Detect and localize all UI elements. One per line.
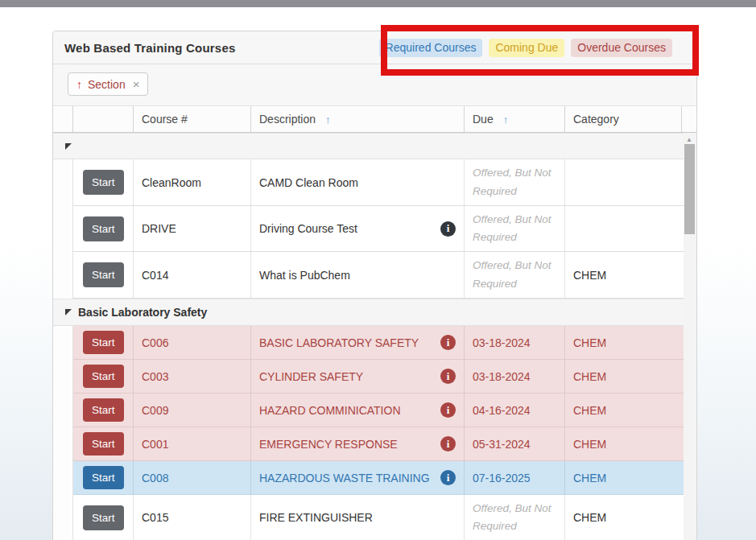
header-category[interactable]: Category [565,106,682,132]
course-description: HAZARD COMMINICATION [259,404,401,417]
collapse-group-icon[interactable] [65,143,72,150]
table-row: Start C006 BASIC LABORATORY SAFETYi 03-1… [53,326,696,360]
start-button[interactable]: Start [83,398,124,422]
start-button[interactable]: Start [83,216,124,241]
group-chip-section[interactable]: ↑ Section × [68,72,148,96]
group-chip-label: Section [88,78,126,91]
collapse-group-icon[interactable] [65,309,72,315]
row-gutter [53,159,73,206]
course-number: C015 [134,495,251,540]
start-button[interactable]: Start [83,466,124,489]
start-button[interactable]: Start [83,170,124,195]
due-date: 07-16-2025 [465,461,565,494]
due-status: Offered, But Not Required [465,206,565,251]
table-row: Start CleanRoom CAMD Clean Room Offered,… [53,159,696,206]
scroll-up-icon[interactable]: ▲ [686,136,692,143]
header-due[interactable]: Due ↑ [465,106,565,132]
table-row: Start DRIVE Driving Course Testi Offered… [53,206,696,252]
start-button[interactable]: Start [83,331,124,354]
due-date: 04-16-2024 [465,394,565,427]
legend-overdue-courses: Overdue Courses [571,39,672,57]
category-value: CHEM [565,252,682,298]
group-row: Basic Laboratory Safety [53,299,696,326]
category-value: CHEM [565,495,682,540]
category-value: CHEM [565,427,682,460]
course-description: Driving Course Test [259,222,357,235]
course-number: C008 [134,461,251,494]
course-number: C001 [134,427,251,460]
category-value: CHEM [565,360,682,393]
course-number: DRIVE [134,206,251,251]
panel-header: Web Based Training Courses Required Cour… [53,31,696,64]
category-value: CHEM [565,461,682,494]
start-button[interactable]: Start [83,505,124,530]
courses-grid: Course # Description ↑ Due ↑ Category [53,106,696,540]
info-icon[interactable]: i [440,402,456,418]
sort-ascending-icon: ↑ [76,78,82,91]
course-number: C014 [134,252,251,298]
row-gutter [53,427,73,461]
course-number: C003 [134,360,251,393]
info-icon[interactable]: i [440,436,456,451]
row-gutter [53,394,73,427]
category-value: CHEM [565,326,682,359]
header-due-label: Due [473,113,494,126]
table-row: Start C009 HAZARD COMMINICATIONi 04-16-2… [53,394,696,427]
course-number: CleanRoom [134,159,251,205]
due-date: 03-18-2024 [465,326,565,359]
start-button[interactable]: Start [83,262,124,287]
course-description: EMERGENCY RESPONSE [259,438,398,451]
table-row: Start C008 HAZARDOUS WASTE TRAININGi 07-… [53,461,696,495]
group-row [53,133,696,159]
grid-header-row: Course # Description ↑ Due ↑ Category [53,106,696,133]
table-row: Start C003 CYLINDER SAFETYi 03-18-2024 C… [53,360,696,394]
due-date: 03-18-2024 [465,360,565,393]
group-label: Basic Laboratory Safety [78,306,207,319]
row-gutter [53,495,73,540]
row-gutter [53,326,73,360]
row-gutter [53,252,73,299]
category-value [565,159,682,205]
vertical-scrollbar[interactable]: ▲ [684,133,696,540]
status-legend: Required Courses Coming Due Overdue Cour… [379,39,672,57]
scrollbar-thumb[interactable] [684,144,695,234]
due-date: 05-31-2024 [465,427,565,460]
sort-ascending-icon: ↑ [325,113,331,126]
start-button[interactable]: Start [83,365,124,388]
course-number: C009 [134,394,251,427]
header-action-column [73,106,134,132]
page-title: Web Based Training Courses [64,41,235,55]
info-icon[interactable]: i [440,470,456,485]
header-scrollbar-stub [682,106,695,132]
legend-required-courses: Required Courses [379,39,483,57]
row-gutter [53,206,73,252]
due-status: Offered, But Not Required [465,159,565,205]
course-description: CAMD Clean Room [259,176,358,189]
category-value [565,206,682,251]
browser-top-strip [0,0,756,7]
header-description[interactable]: Description ↑ [251,106,465,132]
grid-body: Start CleanRoom CAMD Clean Room Offered,… [53,133,696,540]
sort-ascending-icon: ↑ [503,113,509,126]
header-course-number[interactable]: Course # [134,106,251,132]
close-icon[interactable]: × [133,77,140,91]
course-description: FIRE EXTINGUISHER [259,511,373,524]
due-status: Offered, But Not Required [465,252,565,298]
table-row: Start C001 EMERGENCY RESPONSEi 05-31-202… [53,427,696,461]
course-description: HAZARDOUS WASTE TRAINING [259,472,430,484]
due-status: Offered, But Not Required [465,495,565,540]
table-row: Start C015 FIRE EXTINGUISHER Offered, Bu… [53,495,696,540]
start-button[interactable]: Start [83,432,124,455]
course-description: BASIC LABORATORY SAFETY [259,336,419,349]
info-icon[interactable]: i [440,369,456,384]
category-value: CHEM [565,394,682,427]
training-courses-panel: Web Based Training Courses Required Cour… [52,31,697,540]
screen: Web Based Training Courses Required Cour… [0,0,756,540]
course-number: C006 [134,326,251,359]
course-description: CYLINDER SAFETY [259,370,363,383]
grouping-toolbar: ↑ Section × [53,64,696,106]
legend-coming-due: Coming Due [489,39,564,57]
info-icon[interactable]: i [440,335,456,350]
info-icon[interactable]: i [440,221,456,237]
header-group-column [53,106,73,132]
